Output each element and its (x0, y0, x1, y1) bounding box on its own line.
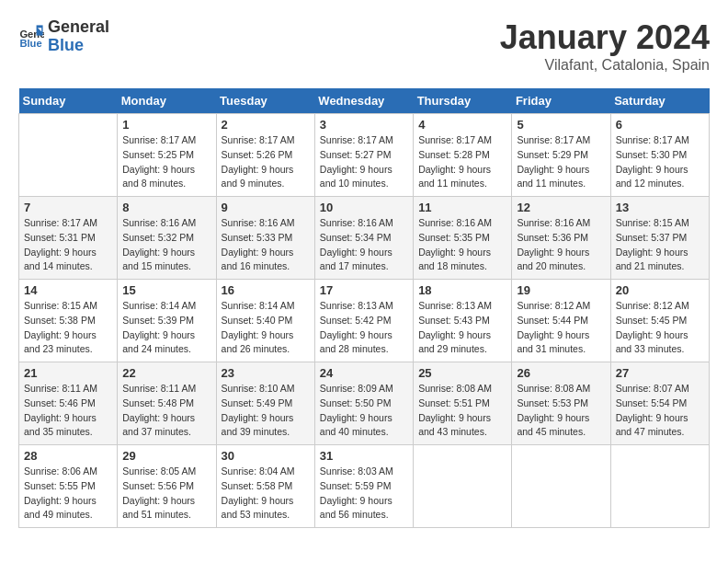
day-number: 6 (616, 118, 704, 132)
calendar-cell: 20Sunrise: 8:12 AMSunset: 5:45 PMDayligh… (610, 280, 709, 362)
day-number: 29 (122, 449, 210, 463)
day-sun-info: Sunrise: 8:08 AMSunset: 5:51 PMDaylight:… (418, 382, 506, 440)
day-sun-info: Sunrise: 8:16 AMSunset: 5:32 PMDaylight:… (122, 216, 210, 274)
day-number: 12 (517, 201, 605, 214)
month-title: January 2024 (500, 18, 710, 57)
calendar-cell: 24Sunrise: 8:09 AMSunset: 5:50 PMDayligh… (314, 362, 413, 445)
day-number: 3 (320, 118, 408, 132)
calendar-cell (610, 445, 709, 528)
day-number: 25 (418, 366, 506, 380)
day-sun-info: Sunrise: 8:12 AMSunset: 5:44 PMDaylight:… (517, 299, 605, 357)
day-number: 15 (122, 283, 210, 297)
calendar-cell: 28Sunrise: 8:06 AMSunset: 5:55 PMDayligh… (19, 445, 118, 528)
day-sun-info: Sunrise: 8:14 AMSunset: 5:39 PMDaylight:… (122, 299, 210, 357)
day-sun-info: Sunrise: 8:17 AMSunset: 5:28 PMDaylight:… (418, 133, 506, 191)
calendar-cell: 22Sunrise: 8:11 AMSunset: 5:48 PMDayligh… (118, 362, 216, 445)
day-sun-info: Sunrise: 8:14 AMSunset: 5:40 PMDaylight:… (222, 299, 310, 357)
calendar-cell: 2Sunrise: 8:17 AMSunset: 5:26 PMDaylight… (216, 114, 314, 197)
calendar-cell: 29Sunrise: 8:05 AMSunset: 5:56 PMDayligh… (118, 445, 216, 528)
calendar-cell: 26Sunrise: 8:08 AMSunset: 5:53 PMDayligh… (512, 362, 610, 445)
day-header-tuesday: Tuesday (216, 88, 314, 114)
day-number: 8 (122, 201, 210, 214)
day-sun-info: Sunrise: 8:16 AMSunset: 5:33 PMDaylight:… (222, 216, 310, 274)
day-number: 19 (517, 283, 605, 297)
calendar-cell: 11Sunrise: 8:16 AMSunset: 5:35 PMDayligh… (414, 197, 512, 280)
calendar-cell: 17Sunrise: 8:13 AMSunset: 5:42 PMDayligh… (314, 280, 413, 362)
calendar-cell: 7Sunrise: 8:17 AMSunset: 5:31 PMDaylight… (19, 197, 118, 280)
day-sun-info: Sunrise: 8:08 AMSunset: 5:53 PMDaylight:… (517, 382, 605, 440)
day-sun-info: Sunrise: 8:13 AMSunset: 5:42 PMDaylight:… (320, 299, 408, 357)
day-number: 18 (418, 283, 506, 297)
title-block: January 2024 Vilafant, Catalonia, Spain (500, 18, 710, 74)
day-number: 16 (222, 283, 310, 297)
calendar-cell: 15Sunrise: 8:14 AMSunset: 5:39 PMDayligh… (118, 280, 216, 362)
calendar-cell (19, 114, 118, 197)
calendar-cell: 21Sunrise: 8:11 AMSunset: 5:46 PMDayligh… (19, 362, 118, 445)
day-sun-info: Sunrise: 8:03 AMSunset: 5:59 PMDaylight:… (320, 465, 408, 523)
day-number: 10 (320, 201, 408, 214)
calendar-cell: 25Sunrise: 8:08 AMSunset: 5:51 PMDayligh… (414, 362, 512, 445)
day-header-monday: Monday (118, 88, 216, 114)
day-sun-info: Sunrise: 8:16 AMSunset: 5:36 PMDaylight:… (517, 216, 605, 274)
day-number: 23 (222, 366, 310, 380)
svg-text:Blue: Blue (19, 38, 41, 49)
day-sun-info: Sunrise: 8:17 AMSunset: 5:29 PMDaylight:… (517, 133, 605, 191)
calendar-cell: 8Sunrise: 8:16 AMSunset: 5:32 PMDaylight… (118, 197, 216, 280)
calendar-cell: 9Sunrise: 8:16 AMSunset: 5:33 PMDaylight… (216, 197, 314, 280)
day-sun-info: Sunrise: 8:16 AMSunset: 5:35 PMDaylight:… (418, 216, 506, 274)
day-sun-info: Sunrise: 8:17 AMSunset: 5:26 PMDaylight:… (222, 133, 310, 191)
day-sun-info: Sunrise: 8:04 AMSunset: 5:58 PMDaylight:… (222, 465, 310, 523)
day-number: 7 (24, 201, 112, 214)
svg-marker-2 (37, 25, 43, 35)
logo-blue-text: Blue (48, 37, 109, 55)
calendar-cell: 10Sunrise: 8:16 AMSunset: 5:34 PMDayligh… (314, 197, 413, 280)
day-number: 24 (320, 366, 408, 380)
day-sun-info: Sunrise: 8:16 AMSunset: 5:34 PMDaylight:… (320, 216, 408, 274)
logo: General Blue General Blue (18, 18, 109, 55)
day-sun-info: Sunrise: 8:09 AMSunset: 5:50 PMDaylight:… (320, 382, 408, 440)
day-sun-info: Sunrise: 8:15 AMSunset: 5:38 PMDaylight:… (24, 299, 112, 357)
logo-icon: General Blue (18, 24, 44, 50)
calendar-cell: 31Sunrise: 8:03 AMSunset: 5:59 PMDayligh… (314, 445, 413, 528)
calendar-cell: 18Sunrise: 8:13 AMSunset: 5:43 PMDayligh… (414, 280, 512, 362)
day-header-thursday: Thursday (414, 88, 512, 114)
calendar-week-row: 14Sunrise: 8:15 AMSunset: 5:38 PMDayligh… (19, 280, 710, 362)
logo-general-text: General (48, 18, 109, 37)
day-header-wednesday: Wednesday (314, 88, 413, 114)
calendar-cell: 12Sunrise: 8:16 AMSunset: 5:36 PMDayligh… (512, 197, 610, 280)
day-sun-info: Sunrise: 8:07 AMSunset: 5:54 PMDaylight:… (616, 382, 704, 440)
day-header-sunday: Sunday (19, 88, 118, 114)
calendar-table: SundayMondayTuesdayWednesdayThursdayFrid… (18, 88, 710, 528)
day-number: 30 (222, 449, 310, 463)
day-number: 9 (222, 201, 310, 214)
days-header-row: SundayMondayTuesdayWednesdayThursdayFrid… (19, 88, 710, 114)
day-sun-info: Sunrise: 8:11 AMSunset: 5:46 PMDaylight:… (24, 382, 112, 440)
calendar-cell: 23Sunrise: 8:10 AMSunset: 5:49 PMDayligh… (216, 362, 314, 445)
day-sun-info: Sunrise: 8:12 AMSunset: 5:45 PMDaylight:… (616, 299, 704, 357)
calendar-cell: 4Sunrise: 8:17 AMSunset: 5:28 PMDaylight… (414, 114, 512, 197)
day-header-friday: Friday (512, 88, 610, 114)
day-number: 22 (122, 366, 210, 380)
calendar-cell: 19Sunrise: 8:12 AMSunset: 5:44 PMDayligh… (512, 280, 610, 362)
day-sun-info: Sunrise: 8:05 AMSunset: 5:56 PMDaylight:… (122, 465, 210, 523)
day-number: 5 (517, 118, 605, 132)
day-header-saturday: Saturday (610, 88, 709, 114)
calendar-cell (414, 445, 512, 528)
day-number: 13 (616, 201, 704, 214)
day-sun-info: Sunrise: 8:11 AMSunset: 5:48 PMDaylight:… (122, 382, 210, 440)
calendar-cell: 6Sunrise: 8:17 AMSunset: 5:30 PMDaylight… (610, 114, 709, 197)
day-number: 26 (517, 366, 605, 380)
day-number: 21 (24, 366, 112, 380)
page-header: General Blue General Blue January 2024 V… (18, 18, 710, 74)
day-number: 14 (24, 283, 112, 297)
location-title: Vilafant, Catalonia, Spain (500, 57, 710, 74)
calendar-cell: 3Sunrise: 8:17 AMSunset: 5:27 PMDaylight… (314, 114, 413, 197)
calendar-week-row: 7Sunrise: 8:17 AMSunset: 5:31 PMDaylight… (19, 197, 710, 280)
calendar-cell: 5Sunrise: 8:17 AMSunset: 5:29 PMDaylight… (512, 114, 610, 197)
calendar-cell (512, 445, 610, 528)
day-sun-info: Sunrise: 8:13 AMSunset: 5:43 PMDaylight:… (418, 299, 506, 357)
day-number: 11 (418, 201, 506, 214)
day-number: 28 (24, 449, 112, 463)
day-sun-info: Sunrise: 8:17 AMSunset: 5:31 PMDaylight:… (24, 216, 112, 274)
day-sun-info: Sunrise: 8:15 AMSunset: 5:37 PMDaylight:… (616, 216, 704, 274)
